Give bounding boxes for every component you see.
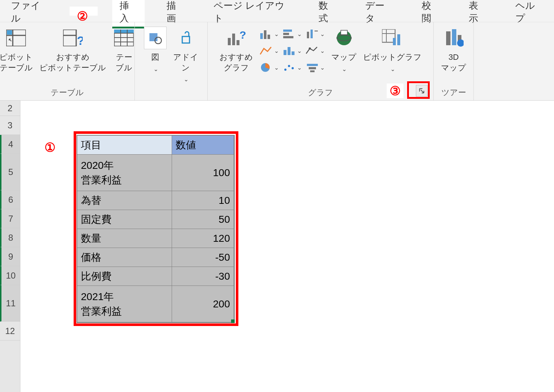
selected-data-table[interactable]: 項目 数値 2020年 営業利益 100 為替 10 固定費 50 数量 120… [77,135,235,323]
table-icon [113,27,135,49]
row-header-2[interactable]: 2 [0,101,20,116]
svg-rect-25 [283,33,289,35]
row-header-12[interactable]: 12 [0,322,20,341]
worksheet: 2 3 4 5 6 7 8 9 10 11 12 ① 項目 数値 2020年 営… [0,101,554,392]
ribbon-tabs: ファイル ② 挿入 描画 ページ レイアウト 数式 データ 校閲 表示 ヘルプ [0,0,554,22]
ribbon-toolbar: ピボット テーブル ? おすすめ ピボットテーブル [0,22,554,101]
stock-chart-button[interactable]: ⌄ [305,28,325,40]
svg-rect-26 [283,36,293,38]
svg-text:?: ? [77,34,83,46]
recommended-charts-button[interactable]: ? おすすめ グラフ [219,25,253,73]
svg-rect-8 [114,30,134,33]
svg-rect-18 [237,40,239,45]
funnel-chart-button[interactable]: ⌄ [305,62,325,73]
map-button[interactable]: マップ ⌄ [331,25,356,73]
row-header-11[interactable]: 11 [0,285,20,322]
recommended-charts-icon: ? [225,27,247,49]
svg-rect-37 [307,64,318,66]
table-button[interactable]: テーブル [113,25,135,73]
row-header-3[interactable]: 3 [0,116,20,135]
ribbon-group-tables: ピボット テーブル ? おすすめ ピボットテーブル [0,22,135,100]
table-row-label[interactable]: 数量 [77,229,172,248]
svg-rect-34 [311,30,313,38]
table-header-value[interactable]: 数値 [172,136,234,155]
table-row-label[interactable]: 価格 [77,248,172,267]
addins-label: アドイ ン [173,52,198,73]
shapes-label: 図 [151,52,159,63]
map-label: マップ [331,52,356,63]
table-row-value[interactable]: -50 [172,248,234,267]
pivot-table-icon [5,27,27,49]
row-header-8[interactable]: 8 [0,228,20,247]
group-label-tables: テーブル [4,85,131,99]
line-chart-button[interactable]: ⌄ [260,45,279,57]
area-chart-button[interactable]: ⌄ [282,45,302,57]
pivot-table-button[interactable]: ピボット テーブル [0,25,33,73]
row-header-6[interactable]: 6 [0,190,20,209]
svg-rect-46 [393,38,396,45]
row-header-10[interactable]: 10 [0,266,20,285]
svg-rect-39 [310,70,315,72]
table-label: テーブル [113,52,135,73]
svg-rect-20 [260,33,263,39]
table-row-label[interactable]: 固定費 [77,210,172,229]
recommended-pivot-icon: ? [62,27,84,49]
svg-text:?: ? [239,29,246,41]
table-row-label[interactable]: 2021年 営業利益 [77,286,172,322]
table-row-value[interactable]: 200 [172,286,234,322]
recommended-charts-label: おすすめ グラフ [219,52,253,73]
row-headers: 2 3 4 5 6 7 8 9 10 11 12 [0,101,20,392]
svg-rect-17 [232,34,235,45]
row-header-5[interactable]: 5 [0,154,20,190]
chevron-down-icon: ⌄ [390,66,395,73]
ribbon-group-tours: 3D マップ ツアー [434,22,474,100]
column-chart-button[interactable]: ⌄ [260,28,279,40]
cell-grid[interactable]: ① 項目 数値 2020年 営業利益 100 為替 10 固定費 50 数量 1… [20,101,554,392]
table-row-value[interactable]: -30 [172,267,234,286]
svg-rect-4 [63,30,76,46]
svg-point-30 [284,69,286,71]
annotation-3: ③ [387,84,403,98]
table-row-label[interactable]: 為替 [77,191,172,210]
table-row-value[interactable]: 10 [172,191,234,210]
pivot-chart-label: ピボットグラフ [363,52,422,63]
charts-dialog-launcher[interactable] [416,85,428,97]
chevron-down-icon: ⌄ [342,66,347,73]
pie-chart-button[interactable]: ⌄ [260,62,279,73]
row-header-9[interactable]: 9 [0,247,20,266]
svg-point-36 [309,47,311,50]
recommended-pivot-label: おすすめ ピボットテーブル [39,52,106,73]
tab-blank[interactable]: ② [70,7,98,16]
annotation-1: ① [44,140,55,155]
3d-map-icon [442,27,465,49]
pivot-chart-button[interactable]: ピボットグラフ ⌄ [363,25,422,73]
svg-rect-21 [264,30,266,39]
map-icon [333,27,355,49]
addins-button[interactable]: アドイ ン ⌄ [173,25,198,84]
row-header-7[interactable]: 7 [0,209,20,228]
svg-rect-16 [228,38,231,45]
recommended-pivot-button[interactable]: ? おすすめ ピボットテーブル [39,25,106,73]
bar-chart-button[interactable]: ⌄ [282,28,302,40]
3d-map-button[interactable]: 3D マップ [441,25,466,73]
pivot-table-label: ピボット テーブル [0,52,33,73]
svg-point-31 [288,65,290,67]
chevron-down-icon: ⌄ [153,66,158,73]
table-row-value[interactable]: 100 [172,155,234,191]
combo-chart-button[interactable]: ⌄ [305,45,325,57]
table-row-value[interactable]: 50 [172,210,234,229]
table-row-label[interactable]: 2020年 営業利益 [77,155,172,191]
table-row-value[interactable]: 120 [172,229,234,248]
svg-rect-27 [284,50,286,55]
pivot-chart-icon [381,27,404,49]
svg-rect-3 [7,30,12,35]
annotation-2: ② [77,9,88,23]
scatter-chart-button[interactable]: ⌄ [282,62,302,73]
ribbon-group-charts: ? おすすめ グラフ ⌄ ⌄ ⌄ ⌄ ⌄ ⌄ [208,22,434,100]
svg-rect-22 [268,35,270,39]
row-header-4[interactable]: 4 [0,135,20,154]
table-row-label[interactable]: 比例費 [77,267,172,286]
table-header-item[interactable]: 項目 [77,136,172,155]
dialog-launcher-icon [418,88,425,94]
shapes-button[interactable]: 図 ⌄ [144,25,167,73]
